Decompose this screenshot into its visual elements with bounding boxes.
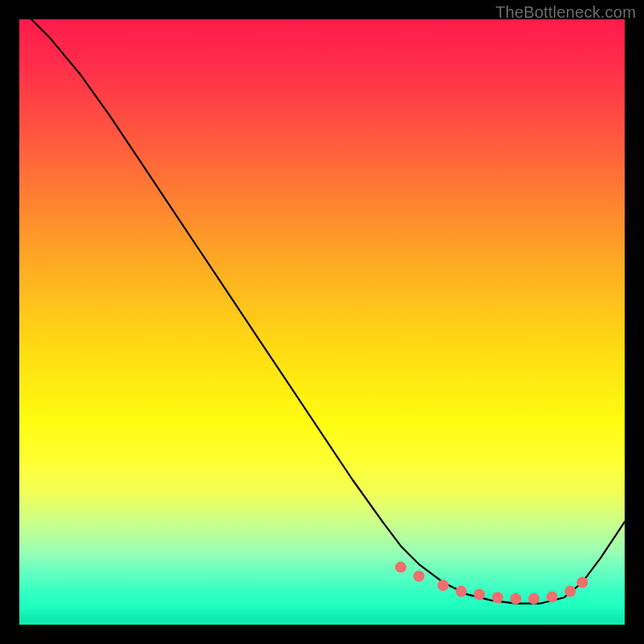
- marker-dot: [576, 576, 588, 588]
- plot-area: [19, 19, 625, 625]
- marker-dot: [492, 592, 503, 603]
- chart-frame: TheBottleneck.com: [0, 0, 644, 644]
- watermark-label: TheBottleneck.com: [495, 3, 636, 22]
- marker-dot: [413, 571, 424, 582]
- marker-dot: [564, 586, 576, 597]
- marker-dot: [510, 593, 522, 605]
- curve-line: [31, 19, 625, 604]
- marker-dot: [437, 580, 448, 591]
- marker-dot: [474, 588, 485, 600]
- chart-svg: [19, 19, 625, 625]
- marker-dot: [395, 562, 407, 573]
- marker-dot: [528, 593, 539, 605]
- marker-dot: [456, 586, 467, 597]
- marker-dot: [547, 591, 558, 602]
